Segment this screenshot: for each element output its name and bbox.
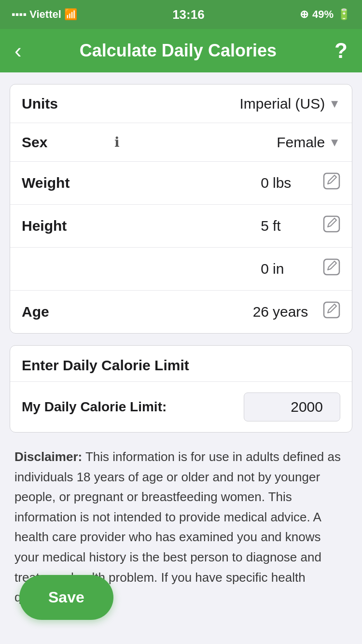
battery-area: ⊕ 49% 🔋 xyxy=(300,8,350,21)
sex-value: Female xyxy=(277,134,325,151)
age-value: 26 xyxy=(253,304,269,320)
age-label: Age xyxy=(22,304,109,320)
wifi-icon: 📶 xyxy=(64,8,77,21)
sex-label: Sex xyxy=(22,134,109,151)
units-value: Imperial (US) xyxy=(240,96,325,112)
height-in-edit-button[interactable] xyxy=(323,258,340,280)
main-content: Units Imperial (US) ▼ Sex ℹ Female ▼ Wei… xyxy=(0,72,362,619)
height-in-controls: 0 in xyxy=(261,258,340,280)
age-unit: years xyxy=(273,304,311,320)
svg-rect-2 xyxy=(324,259,339,275)
calorie-card: Enter Daily Calorie Limit My Daily Calor… xyxy=(10,345,352,433)
battery-icon: 🔋 xyxy=(337,8,350,21)
status-time: 13:16 xyxy=(172,7,205,22)
weight-controls: 0 lbs xyxy=(261,172,340,194)
height-ft-controls: 5 ft xyxy=(261,215,340,237)
help-button[interactable]: ? xyxy=(334,39,348,63)
height-in-unit: in xyxy=(273,261,311,277)
height-ft-edit-button[interactable] xyxy=(323,215,340,237)
nav-bar: ‹ Calculate Daily Calories ? xyxy=(0,29,362,72)
calorie-limit-label: My Daily Calorie Limit: xyxy=(22,399,244,415)
signal-bars: ▪▪▪▪ xyxy=(12,8,27,21)
height-ft-row: Height 5 ft xyxy=(10,205,352,248)
units-row: Units Imperial (US) ▼ xyxy=(10,84,352,123)
weight-unit: lbs xyxy=(273,175,311,191)
svg-rect-1 xyxy=(324,216,339,232)
calorie-limit-input[interactable] xyxy=(244,392,340,421)
sex-info-icon[interactable]: ℹ xyxy=(114,134,120,150)
height-ft-value: 5 xyxy=(261,218,269,234)
age-row: Age 26 years xyxy=(10,291,352,333)
page-title: Calculate Daily Calories xyxy=(22,41,334,61)
units-dropdown[interactable]: Imperial (US) ▼ xyxy=(240,96,340,112)
units-chevron-down-icon: ▼ xyxy=(329,97,340,111)
weight-value: 0 xyxy=(261,175,269,191)
age-controls: 26 years xyxy=(253,301,340,322)
sex-dropdown[interactable]: Female ▼ xyxy=(277,134,340,151)
save-button[interactable]: Save xyxy=(19,575,113,620)
back-button[interactable]: ‹ xyxy=(14,39,22,63)
battery-percent: 49% xyxy=(312,8,334,21)
calorie-card-title: Enter Daily Calorie Limit xyxy=(22,357,189,373)
height-in-row: 0 in xyxy=(10,248,352,291)
sex-row: Sex ℹ Female ▼ xyxy=(10,123,352,162)
carrier-signal: ▪▪▪▪ Viettel 📶 xyxy=(12,8,77,21)
height-label: Height xyxy=(22,218,109,234)
weight-row: Weight 0 lbs xyxy=(10,162,352,205)
height-in-value: 0 xyxy=(261,261,269,277)
location-icon: ⊕ xyxy=(300,8,308,21)
form-card: Units Imperial (US) ▼ Sex ℹ Female ▼ Wei… xyxy=(10,84,352,334)
carrier-name: Viettel xyxy=(29,8,61,21)
disclaimer-bold: Disclaimer: xyxy=(14,449,82,464)
status-bar: ▪▪▪▪ Viettel 📶 13:16 ⊕ 49% 🔋 xyxy=(0,0,362,29)
sex-chevron-down-icon: ▼ xyxy=(329,136,340,149)
weight-edit-button[interactable] xyxy=(323,172,340,194)
calorie-card-header: Enter Daily Calorie Limit xyxy=(10,346,352,382)
svg-rect-3 xyxy=(324,302,339,318)
calorie-limit-row: My Daily Calorie Limit: xyxy=(10,382,352,432)
units-label: Units xyxy=(22,96,109,112)
weight-label: Weight xyxy=(22,175,109,191)
age-edit-button[interactable] xyxy=(323,301,340,322)
height-ft-unit: ft xyxy=(273,218,311,234)
svg-rect-0 xyxy=(324,173,339,189)
